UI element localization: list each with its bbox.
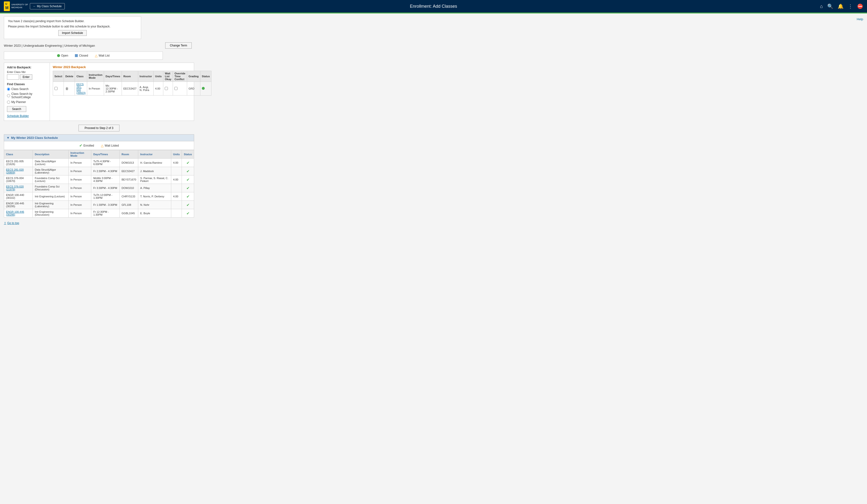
term-info: Winter 2023 | Undergraduate Engineering …: [4, 44, 95, 47]
search-button[interactable]: Search: [7, 106, 26, 112]
sch-cell-instructor: N. Nohr: [138, 201, 171, 209]
th-room: Room: [122, 71, 138, 82]
sch-cell-instructor: T. Norris, P. Derbesy: [138, 192, 171, 201]
sch-cell-days-times: TuTh 12:00PM - 1:30PM: [91, 192, 119, 201]
th-class: Class: [75, 71, 87, 82]
th-units: Units: [153, 71, 163, 82]
sch-cell-days-times: Fr 1:30PM - 3:30PM: [91, 201, 119, 209]
search-icon[interactable]: 🔍: [827, 3, 833, 9]
schedule-table-body: EECS 281-005 (21626)Data Struct&Algor (L…: [4, 158, 194, 218]
radio-class-search-input[interactable]: [7, 88, 10, 91]
enter-class-nbr-label: Enter Class Nbr: [7, 70, 47, 74]
radio-class-search-label: Class Search: [11, 87, 29, 91]
radio-my-planner[interactable]: My Planner: [7, 100, 47, 104]
my-schedule-header[interactable]: ▼ My Winter 2023 Class Schedule: [4, 134, 194, 141]
table-row: ENGR 100-440 (30102)Intr Engineering (Le…: [4, 192, 194, 201]
legend-closed: Closed: [75, 54, 88, 57]
go-to-top-link[interactable]: ⇧ Go to top: [4, 221, 863, 225]
go-to-top-label: Go to top: [7, 221, 19, 225]
cell-days-times: Mo 12:30PM - 2:30PM: [104, 82, 122, 96]
class-link[interactable]: EECS 281-040 (39923): [76, 83, 85, 94]
back-button[interactable]: ← My Class Schedule: [30, 3, 65, 9]
sch-cell-units: 4.00: [171, 158, 182, 167]
change-term-button[interactable]: Change Term: [165, 42, 192, 48]
cell-room: EECS3427: [122, 82, 138, 96]
override-checkbox[interactable]: [174, 87, 178, 90]
open-dot-icon: [57, 54, 60, 57]
find-classes-label: Find Classes: [7, 83, 47, 86]
th-instructor: Instructor: [138, 71, 153, 82]
top-navigation: U M UNIVERSITY OF MICHIGAN ← My Class Sc…: [0, 0, 867, 12]
cell-wait-list: [163, 82, 173, 96]
enrolled-check-icon: ✔: [186, 203, 190, 207]
th-status: Status: [200, 71, 212, 82]
sch-cell-status: ✔: [182, 167, 194, 175]
panel-inner: Add to Backpack: Enter Class Nbr Enter F…: [4, 63, 194, 121]
schedule-header-row: Class Description Instruction Mode Days/…: [4, 150, 194, 158]
nav-left: U M UNIVERSITY OF MICHIGAN ← My Class Sc…: [4, 1, 65, 11]
sch-cell-room: GFL108: [119, 201, 138, 209]
enter-button[interactable]: Enter: [20, 74, 32, 80]
backpack-table-area: Winter 2023 Backpack Select Delete Class…: [50, 63, 214, 121]
more-options-icon[interactable]: ⋮: [848, 3, 853, 9]
sch-cell-class: EECS 281-020 (20809): [4, 167, 33, 175]
home-icon[interactable]: ⌂: [820, 4, 823, 9]
wait-list-checkbox[interactable]: [165, 87, 168, 90]
enrollment-panel: Add to Backpack: Enter Class Nbr Enter F…: [4, 63, 194, 121]
sch-cell-instruction-mode: In Person: [68, 167, 91, 175]
logo-text: UNIVERSITY OF MICHIGAN: [11, 3, 28, 9]
sch-cell-units: [171, 209, 182, 218]
table-row: 🗑 EECS 281-040 (39923) In Person Mo 12:3…: [53, 82, 212, 96]
sch-th-description: Description: [33, 150, 68, 158]
sch-cell-instruction-mode: In Person: [68, 158, 91, 167]
waitlisted-triangle-icon: △: [101, 144, 104, 147]
table-row: ENGR 100-445 (30295)Intr Engineering (La…: [4, 201, 194, 209]
proceed-button[interactable]: Proceed to Step 2 of 3: [78, 125, 119, 131]
radio-class-search[interactable]: Class Search: [7, 87, 47, 91]
sch-cell-status: ✔: [182, 158, 194, 167]
enrolled-check-icon: ✔: [186, 161, 190, 165]
sch-th-status: Status: [182, 150, 194, 158]
sch-cell-description: Intr Engineering (Laboratory): [33, 201, 68, 209]
sch-class-link[interactable]: EECS 376-020 (21978): [6, 185, 24, 191]
radio-class-search-school-input[interactable]: [7, 94, 10, 97]
sch-cell-instruction-mode: In Person: [68, 209, 91, 218]
sch-class-link[interactable]: ENGR 100-446 (30296): [6, 210, 24, 216]
radio-class-search-school[interactable]: Class Search by School/College: [7, 92, 47, 99]
row-select-checkbox[interactable]: [54, 87, 57, 90]
legend-open: Open: [57, 54, 68, 57]
main-content: You have 2 class(es) pending import from…: [0, 13, 867, 228]
enrolled-check-icon: ✔: [186, 211, 190, 216]
logo-m: M: [5, 6, 8, 10]
radio-my-planner-input[interactable]: [7, 101, 10, 104]
nav-right: ⌂ 🔍 🔔 ⋮ ⛔: [820, 3, 863, 9]
table-row: EECS 281-020 (20809)Data Struct&Algor (L…: [4, 167, 194, 175]
cell-status: [200, 82, 212, 96]
import-line2: Please press the Import Schedule button …: [8, 25, 137, 28]
import-schedule-button[interactable]: Import Schedule: [58, 30, 86, 36]
sch-class-link[interactable]: EECS 281-020 (20809): [6, 168, 24, 174]
bell-icon[interactable]: 🔔: [838, 3, 844, 9]
class-nbr-input[interactable]: [7, 74, 19, 80]
legend-waitlist: △ Wait List: [95, 54, 110, 57]
sch-cell-days-times: Fr 2:30PM - 4:30PM: [91, 167, 119, 175]
delete-icon[interactable]: 🗑: [65, 87, 69, 90]
enrolled-check-icon: ✔: [186, 169, 190, 173]
enrolled-check-icon: ✔: [186, 178, 190, 182]
sch-cell-description: Foundatns Comp Sci (Lecture): [33, 175, 68, 184]
cancel-icon[interactable]: ⛔: [857, 3, 863, 9]
help-link[interactable]: Help: [857, 17, 863, 21]
sch-cell-room: DOW1010: [119, 184, 138, 192]
import-banner: You have 2 class(es) pending import from…: [4, 17, 141, 39]
import-line1: You have 2 class(es) pending import from…: [8, 20, 137, 23]
back-arrow-icon: ←: [33, 4, 36, 8]
sch-cell-description: Foundatns Comp Sci (Discussion): [33, 184, 68, 192]
schedule-builder-link[interactable]: Schedule Builder: [7, 114, 29, 118]
cell-instructor: A. Angi, N. Polra: [138, 82, 153, 96]
back-button-label: My Class Schedule: [37, 4, 62, 8]
logo-michigan: MICHIGAN: [11, 6, 28, 9]
backpack-title: Winter 2023 Backpack: [53, 65, 212, 69]
sch-cell-status: ✔: [182, 209, 194, 218]
add-backpack-label: Add to Backpack:: [7, 66, 47, 69]
proceed-row: Proceed to Step 2 of 3: [4, 125, 194, 131]
